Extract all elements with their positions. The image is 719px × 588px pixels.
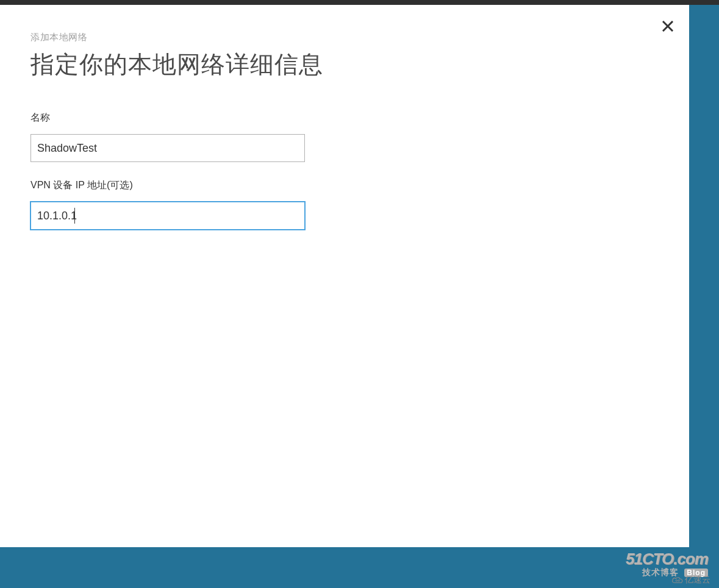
breadcrumb: 添加本地网络 bbox=[30, 32, 659, 43]
vpn-ip-input-wrapper bbox=[30, 202, 305, 230]
name-input[interactable] bbox=[30, 134, 305, 162]
form-group-name: 名称 bbox=[30, 112, 659, 162]
watermark-51cto-line2-left: 技术博客 bbox=[642, 567, 679, 577]
close-icon bbox=[662, 23, 673, 34]
text-cursor bbox=[74, 208, 75, 224]
background-panel: 添加本地网络 指定你的本地网络详细信息 名称 VPN 设备 IP 地址(可选) … bbox=[0, 5, 719, 588]
page-title: 指定你的本地网络详细信息 bbox=[30, 48, 659, 81]
vpn-ip-label: VPN 设备 IP 地址(可选) bbox=[30, 179, 659, 192]
name-input-wrapper bbox=[30, 134, 305, 162]
form-group-vpn-ip: VPN 设备 IP 地址(可选) bbox=[30, 179, 659, 230]
watermark-51cto-badge: Blog bbox=[684, 569, 708, 577]
watermark-51cto-line1: 51CTO.com bbox=[626, 551, 708, 567]
modal-dialog: 添加本地网络 指定你的本地网络详细信息 名称 VPN 设备 IP 地址(可选) bbox=[0, 5, 689, 547]
watermark-51cto: 51CTO.com 技术博客 Blog bbox=[626, 551, 708, 577]
vpn-ip-input[interactable] bbox=[30, 202, 305, 230]
watermark-51cto-line2: 技术博客 Blog bbox=[626, 568, 708, 577]
name-label: 名称 bbox=[30, 112, 659, 124]
close-button[interactable] bbox=[662, 21, 673, 32]
